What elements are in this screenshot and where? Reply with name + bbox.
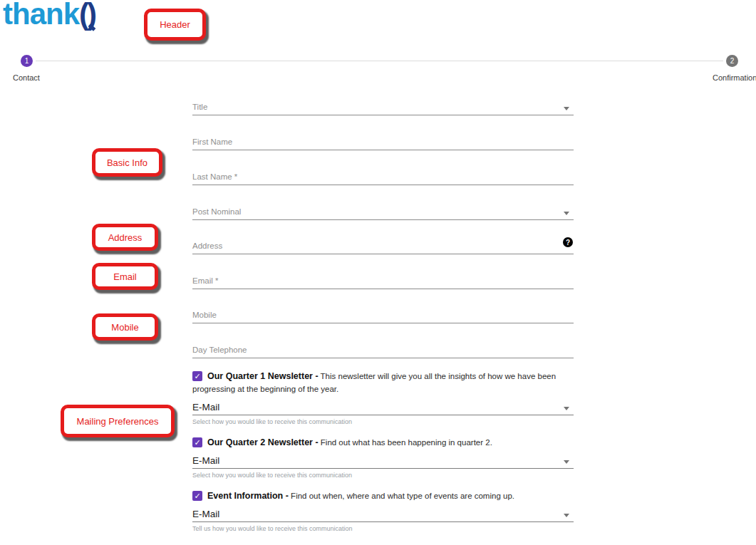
chevron-down-icon[interactable] [564,514,569,517]
event-information-description: Find out when, where and what type of ev… [289,492,514,500]
newsletter-q1-channel-value: E-Mail [192,402,219,412]
newsletter-q1-channel-select[interactable]: E-Mail [192,402,574,415]
title-select[interactable]: Title [192,103,574,115]
step-2-label: Confirmation [713,73,756,82]
event-information-row: Event Information - Find out when, where… [192,489,577,502]
address-label: Address [192,242,222,250]
day-telephone-input[interactable]: Day Telephone [192,346,574,358]
annotation-mobile: Mobile [92,313,158,341]
event-information-channel-select[interactable]: E-Mail [192,509,574,522]
chevron-down-icon[interactable] [564,107,569,110]
annotation-mailing-preferences: Mailing Preferences [61,405,175,437]
email-input[interactable]: Email * [192,276,574,289]
newsletter-q1-row: Our Quarter 1 Newsletter - This newslett… [192,370,577,395]
event-information-title: Event Information - [207,491,289,501]
newsletter-q2-channel-value: E-Mail [192,455,219,466]
step-1-number: 1 [25,57,29,65]
newsletter-q2-checkbox-checked[interactable] [192,437,202,447]
first-name-input[interactable]: First Name [192,137,574,150]
newsletter-q2-description: Find out what has been happening in quar… [319,438,492,447]
annotation-header: Header [144,9,206,41]
step-2-circle[interactable]: 2 [726,55,738,67]
mobile-label: Mobile [192,311,217,319]
thankq-logo: thank() [3,0,95,31]
help-icon[interactable]: ? [563,237,573,247]
step-2-number: 2 [730,57,735,65]
event-information-channel-value: E-Mail [192,509,219,519]
title-label: Title [192,103,207,111]
last-name-label: Last Name * [192,172,237,181]
annotation-basic-info: Basic Info [92,148,162,177]
chevron-down-icon[interactable] [564,460,569,464]
newsletter-q2-row: Our Quarter 2 Newsletter - Find out what… [192,436,577,449]
event-information-checkbox-checked[interactable] [192,491,202,501]
event-information-hint: Tell us how you would like to receive th… [192,525,353,532]
newsletter-q1-hint: Select how you would like to receive thi… [192,418,352,425]
step-1-circle[interactable]: 1 [21,55,33,67]
last-name-input[interactable]: Last Name * [192,172,574,185]
mobile-input[interactable]: Mobile [192,311,574,323]
email-label: Email * [192,276,218,285]
newsletter-q1-checkbox-checked[interactable] [192,371,202,381]
page: thank() 1 Contact 2 Confirmation Title F… [0,0,756,545]
post-nominal-label: Post Nominal [192,207,241,216]
annotation-address: Address [92,224,158,251]
stepper-line [36,61,723,61]
chevron-down-icon[interactable] [564,407,569,410]
address-input[interactable]: Address ? [192,242,574,254]
step-1-label: Contact [13,73,40,82]
annotation-email: Email [92,263,158,290]
chevron-down-icon[interactable] [564,212,569,215]
logo-wordmark: thank [3,0,79,31]
newsletter-q2-title: Our Quarter 2 Newsletter - [207,437,319,447]
post-nominal-select[interactable]: Post Nominal [192,207,574,220]
logo-q-mark: () [79,0,95,31]
first-name-label: First Name [192,137,232,146]
newsletter-q2-channel-select[interactable]: E-Mail [192,455,574,469]
newsletter-q2-hint: Select how you would like to receive thi… [192,472,352,479]
newsletter-q1-title: Our Quarter 1 Newsletter - [207,371,319,381]
day-telephone-label: Day Telephone [192,346,247,354]
